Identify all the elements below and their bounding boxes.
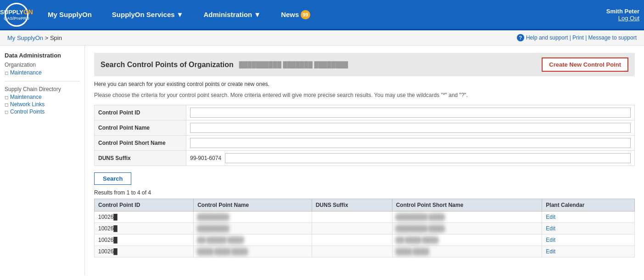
cp-short-input[interactable] bbox=[190, 138, 631, 148]
cell-short_name: ████ ████ bbox=[392, 246, 542, 257]
nav-administration[interactable]: Administration ▼ bbox=[193, 11, 271, 18]
cell-duns bbox=[312, 223, 392, 234]
sidebar-group2-label: Supply Chain Directory bbox=[5, 86, 80, 92]
cell-name: ████████ bbox=[194, 211, 312, 223]
logout-link[interactable]: Log Out bbox=[606, 15, 639, 22]
results-table-header: Control Point ID Control Point Name DUNS… bbox=[95, 199, 635, 211]
duns-suffix-input[interactable] bbox=[225, 153, 631, 163]
sidebar-title: Data Administration bbox=[5, 52, 80, 59]
logo-sub: QAS/PrePRD bbox=[4, 16, 29, 21]
page-header: Search Control Points of Organization ██… bbox=[94, 53, 635, 76]
message-support-link[interactable]: Message to support bbox=[588, 34, 637, 41]
col-header-calendar: Plant Calendar bbox=[542, 199, 635, 211]
sidebar-divider bbox=[5, 81, 80, 81]
create-control-point-button[interactable]: Create New Control Point bbox=[542, 57, 628, 72]
bullet-icon: ◻ bbox=[5, 95, 8, 100]
cell-short_name: ████████ ████ bbox=[392, 211, 542, 223]
cell-id: 10026█ bbox=[95, 211, 194, 223]
cell-id: 10026█ bbox=[95, 223, 194, 234]
col-header-cp-short: Control Point Short Name bbox=[392, 199, 542, 211]
duns-row: DUNS Suffix 99-901-6074 bbox=[95, 151, 635, 166]
help-support-link[interactable]: Help and support bbox=[526, 34, 568, 41]
edit-link[interactable]: Edit bbox=[546, 248, 555, 255]
header-row: Control Point ID Control Point Name DUNS… bbox=[95, 199, 635, 211]
nav-services[interactable]: SupplyOn Services ▼ bbox=[102, 11, 194, 18]
sidebar-item-network-links[interactable]: ◻ Network Links bbox=[5, 101, 80, 108]
user-name: Smith Peter bbox=[606, 8, 639, 15]
results-tbody: 10026█████████████████ ████Edit10026████… bbox=[95, 211, 635, 257]
print-link[interactable]: Print bbox=[572, 34, 584, 41]
main-layout: Data Administration Organization ◻ Maint… bbox=[0, 46, 644, 275]
user-menu: Smith Peter Log Out bbox=[606, 8, 639, 22]
cp-id-label: Control Point ID bbox=[95, 105, 186, 120]
sidebar: Data Administration Organization ◻ Maint… bbox=[0, 46, 85, 275]
sidebar-item-scd-maintenance[interactable]: ◻ Maintenance bbox=[5, 93, 80, 101]
cp-id-row: Control Point ID bbox=[95, 105, 635, 120]
description-text: Here you can search for your existing co… bbox=[94, 81, 635, 87]
bullet-icon: ◻ bbox=[5, 102, 8, 107]
search-button[interactable]: Search bbox=[94, 172, 131, 185]
nav-news[interactable]: News 99 bbox=[271, 10, 320, 19]
cell-duns bbox=[312, 246, 392, 257]
logo[interactable]: SUPPLYON QAS/PrePRD bbox=[5, 3, 28, 27]
news-badge: 99 bbox=[301, 10, 310, 19]
nav-my-supplyon[interactable]: My SupplyOn bbox=[38, 11, 102, 18]
bullet-icon: ◻ bbox=[5, 109, 8, 114]
cell-id: 10026█ bbox=[95, 234, 194, 246]
help-icon: ? bbox=[517, 34, 524, 41]
cell-name: ████████ bbox=[194, 223, 312, 234]
edit-link[interactable]: Edit bbox=[546, 214, 555, 220]
main-content: Search Control Points of Organization ██… bbox=[85, 46, 644, 275]
table-row: 10026█████ ████ ████████ ████Edit bbox=[95, 246, 635, 257]
cell-short_name: ████████ ████ bbox=[392, 223, 542, 234]
page-title: Search Control Points of Organization bbox=[101, 61, 234, 69]
table-row: 10026███ █████ ██████ ████ ████Edit bbox=[95, 234, 635, 246]
logo-supply: SUPPLY bbox=[0, 9, 23, 16]
duns-field-group: 99-901-6074 bbox=[190, 153, 631, 163]
administration-dropdown-icon: ▼ bbox=[254, 11, 261, 18]
cp-name-row: Control Point Name bbox=[95, 120, 635, 136]
sidebar-group1-label: Organization bbox=[5, 62, 80, 68]
cp-name-input[interactable] bbox=[190, 123, 631, 133]
separator2: | bbox=[584, 34, 588, 41]
sidebar-item-control-points[interactable]: ◻ Control Points bbox=[5, 108, 80, 115]
duns-label: DUNS Suffix bbox=[95, 151, 186, 166]
breadcrumb-separator: > bbox=[43, 34, 50, 41]
sidebar-item-org-maintenance[interactable]: ◻ Maintenance bbox=[5, 69, 80, 76]
search-form: Control Point ID Control Point Name Cont… bbox=[94, 105, 635, 166]
table-row: 10026█████████████████ ████Edit bbox=[95, 223, 635, 234]
top-navigation: SUPPLYON QAS/PrePRD My SupplyOn SupplyOn… bbox=[0, 0, 644, 30]
breadcrumb-bar: My SupplyOn > Spin ?Help and support | P… bbox=[0, 30, 644, 46]
cell-duns bbox=[312, 211, 392, 223]
logo-circle: SUPPLYON QAS/PrePRD bbox=[5, 3, 28, 27]
results-summary: Results from 1 to 4 of 4 bbox=[94, 189, 635, 196]
col-header-cp-name: Control Point Name bbox=[194, 199, 312, 211]
separator1: | bbox=[568, 34, 572, 41]
page-header-left: Search Control Points of Organization ██… bbox=[101, 61, 348, 69]
col-header-cp-id: Control Point ID bbox=[95, 199, 194, 211]
help-links: ?Help and support | Print | Message to s… bbox=[517, 34, 637, 41]
logo-on: ON bbox=[23, 8, 33, 16]
org-name-blurred: ██████████ ███████ ████████ bbox=[239, 61, 348, 68]
nav-links: My SupplyOn SupplyOn Services ▼ Administ… bbox=[38, 10, 606, 19]
edit-link[interactable]: Edit bbox=[546, 225, 555, 232]
cp-id-input[interactable] bbox=[190, 108, 631, 118]
cell-name: ████ ████ ████ bbox=[194, 246, 312, 257]
breadcrumb: My SupplyOn > Spin bbox=[7, 34, 62, 41]
results-table: Control Point ID Control Point Name DUNS… bbox=[94, 199, 635, 257]
breadcrumb-current: Spin bbox=[50, 34, 62, 41]
cp-short-row: Control Point Short Name bbox=[95, 136, 635, 151]
bullet-icon: ◻ bbox=[5, 70, 8, 75]
cell-id: 10026█ bbox=[95, 246, 194, 257]
cp-short-label: Control Point Short Name bbox=[95, 136, 186, 151]
cell-name: ██ █████ ████ bbox=[194, 234, 312, 246]
table-row: 10026█████████████████ ████Edit bbox=[95, 211, 635, 223]
services-dropdown-icon: ▼ bbox=[177, 11, 184, 18]
cell-short_name: ██ ████ ████ bbox=[392, 234, 542, 246]
criteria-text: Please choose the criteria for your cont… bbox=[94, 92, 635, 98]
edit-link[interactable]: Edit bbox=[546, 237, 555, 243]
duns-prefix: 99-901-6074 bbox=[190, 155, 221, 161]
col-header-duns: DUNS Suffix bbox=[312, 199, 392, 211]
breadcrumb-home[interactable]: My SupplyOn bbox=[7, 34, 43, 41]
cell-duns bbox=[312, 234, 392, 246]
